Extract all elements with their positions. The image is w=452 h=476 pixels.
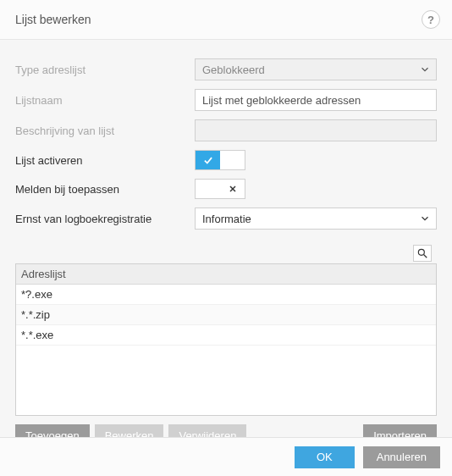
description-input[interactable] bbox=[195, 119, 437, 141]
severity-label: Ernst van logboekregistratie bbox=[15, 213, 195, 225]
svg-point-2 bbox=[418, 249, 424, 255]
toggle-on-half bbox=[196, 180, 220, 198]
help-icon[interactable]: ? bbox=[422, 10, 440, 29]
svg-line-3 bbox=[424, 255, 427, 258]
check-icon bbox=[196, 151, 220, 169]
address-list-header[interactable]: Adreslijst bbox=[16, 264, 436, 285]
name-input-value: Lijst met geblokkeerde adressen bbox=[202, 94, 361, 107]
list-item[interactable]: *.*.zip bbox=[16, 305, 436, 325]
notify-toggle[interactable] bbox=[195, 179, 245, 199]
chevron-down-icon bbox=[419, 64, 431, 75]
severity-select[interactable]: Informatie bbox=[195, 208, 437, 230]
toggle-off-half bbox=[220, 151, 245, 169]
description-label: Beschrijving van lijst bbox=[15, 125, 195, 137]
name-input[interactable]: Lijst met geblokkeerde adressen bbox=[195, 89, 437, 111]
activate-label: Lijst activeren bbox=[15, 154, 195, 167]
severity-select-value: Informatie bbox=[202, 213, 251, 225]
list-item[interactable]: *?.exe bbox=[16, 285, 436, 305]
search-icon[interactable] bbox=[413, 245, 432, 262]
close-icon bbox=[220, 180, 245, 198]
chevron-down-icon bbox=[419, 213, 431, 224]
name-label: Lijstnaam bbox=[15, 94, 195, 107]
list-item[interactable]: *.*.exe bbox=[16, 325, 436, 346]
type-select-value: Geblokkeerd bbox=[202, 64, 265, 76]
ok-button[interactable]: OK bbox=[295, 446, 355, 468]
address-list: Adreslijst *?.exe*.*.zip*.*.exe bbox=[15, 263, 437, 416]
cancel-button[interactable]: Annuleren bbox=[363, 446, 440, 468]
dialog-title: Lijst bewerken bbox=[15, 13, 91, 26]
type-label: Type adreslijst bbox=[15, 64, 195, 76]
notify-label: Melden bij toepassen bbox=[15, 183, 195, 196]
activate-toggle[interactable] bbox=[195, 150, 245, 170]
type-select[interactable]: Geblokkeerd bbox=[195, 58, 437, 80]
address-list-rows: *?.exe*.*.zip*.*.exe bbox=[16, 285, 436, 415]
